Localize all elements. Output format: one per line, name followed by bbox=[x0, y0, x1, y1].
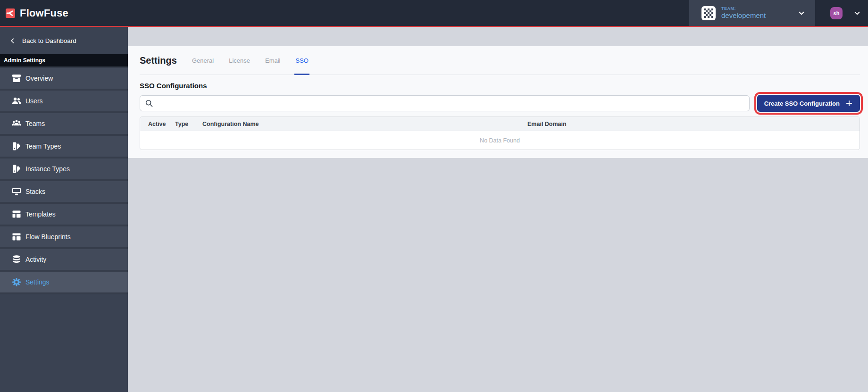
table-empty-message: No Data Found bbox=[140, 131, 860, 150]
avatar: sh bbox=[830, 7, 843, 19]
chevron-left-icon bbox=[9, 38, 16, 44]
column-active: Active bbox=[140, 121, 175, 127]
table-header-row: Active Type Configuration Name Email Dom… bbox=[140, 117, 860, 131]
tab-general[interactable]: General bbox=[192, 46, 214, 75]
create-sso-configuration-button[interactable]: Create SSO Configuration bbox=[757, 95, 860, 112]
sidebar-item-stacks[interactable]: Stacks bbox=[0, 181, 128, 204]
templates-icon bbox=[12, 209, 21, 219]
users-icon bbox=[12, 96, 21, 106]
sidebar-section-label: Admin Settings bbox=[0, 54, 128, 67]
column-email-domain: Email Domain bbox=[527, 121, 860, 127]
sidebar-item-flow-blueprints[interactable]: Flow Blueprints bbox=[0, 226, 128, 249]
sso-configurations-table: Active Type Configuration Name Email Dom… bbox=[140, 117, 860, 150]
column-type: Type bbox=[175, 121, 202, 127]
table-controls: Create SSO Configuration bbox=[140, 95, 860, 112]
settings-panel: Settings General License Email SSO SSO C… bbox=[128, 46, 868, 158]
team-identicon bbox=[701, 6, 716, 20]
team-types-icon bbox=[12, 142, 21, 151]
page-title: Settings bbox=[140, 55, 177, 66]
teams-icon bbox=[12, 119, 21, 128]
flowfuse-logo-icon bbox=[6, 8, 15, 18]
search-icon bbox=[145, 99, 153, 108]
sidebar-item-overview[interactable]: Overview bbox=[0, 68, 128, 91]
overview-icon bbox=[12, 74, 21, 83]
column-configuration-name: Configuration Name bbox=[202, 121, 527, 127]
sidebar-item-users[interactable]: Users bbox=[0, 91, 128, 113]
search-input[interactable] bbox=[157, 100, 744, 107]
team-name: developement bbox=[721, 11, 766, 20]
top-navbar: FlowFuse TEAM: developement bbox=[0, 0, 868, 27]
brand-link[interactable]: FlowFuse bbox=[0, 0, 68, 26]
activity-icon bbox=[12, 255, 21, 264]
sidebar-item-teams[interactable]: Teams bbox=[0, 113, 128, 136]
tab-sso[interactable]: SSO bbox=[295, 46, 308, 75]
page-header: Settings General License Email SSO bbox=[140, 46, 860, 75]
tab-email[interactable]: Email bbox=[265, 46, 281, 75]
team-label: TEAM: bbox=[721, 6, 766, 11]
stacks-icon bbox=[12, 187, 21, 196]
sidebar-item-team-types[interactable]: Team Types bbox=[0, 136, 128, 158]
search-box bbox=[140, 95, 750, 111]
plus-icon bbox=[845, 100, 853, 107]
sidebar-item-settings[interactable]: Settings bbox=[0, 272, 128, 294]
chevron-down-icon bbox=[853, 9, 861, 17]
settings-gear-icon bbox=[12, 277, 21, 287]
admin-sidebar: Back to Dashboard Admin Settings Overvie… bbox=[0, 27, 128, 392]
instance-types-icon bbox=[12, 164, 21, 174]
brand-name: FlowFuse bbox=[20, 7, 68, 19]
back-label: Back to Dashboard bbox=[22, 37, 76, 44]
sidebar-nav: Overview Users Teams bbox=[0, 67, 128, 294]
section-title: SSO Configurations bbox=[140, 82, 860, 90]
sidebar-item-instance-types[interactable]: Instance Types bbox=[0, 158, 128, 181]
sidebar-item-activity[interactable]: Activity bbox=[0, 249, 128, 272]
chevron-down-icon bbox=[797, 9, 806, 17]
sidebar-item-templates[interactable]: Templates bbox=[0, 204, 128, 226]
flow-blueprints-icon bbox=[12, 232, 21, 242]
tab-license[interactable]: License bbox=[229, 46, 250, 75]
back-to-dashboard-link[interactable]: Back to Dashboard bbox=[0, 27, 128, 54]
user-menu[interactable]: sh bbox=[815, 0, 868, 26]
team-selector[interactable]: TEAM: developement bbox=[689, 0, 815, 26]
main-area: Settings General License Email SSO SSO C… bbox=[128, 27, 868, 392]
